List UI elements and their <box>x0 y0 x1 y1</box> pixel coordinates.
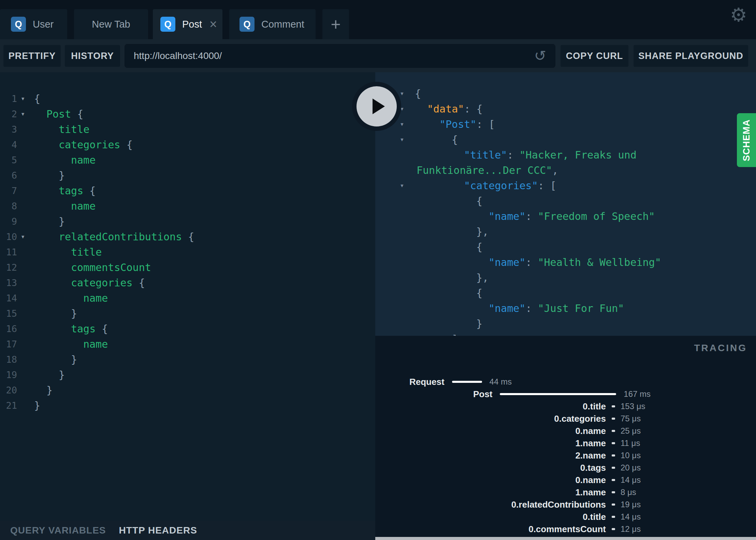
line-number: 20 <box>0 382 17 398</box>
code-token: tags <box>59 185 83 197</box>
tab-post[interactable]: Q Post × <box>153 9 222 39</box>
code-token: { <box>476 241 482 253</box>
fold-gutter <box>400 270 415 285</box>
editor-line: 9} <box>0 214 375 229</box>
fold-gutter <box>400 224 415 239</box>
line-number: 7 <box>0 183 17 198</box>
code-text: } <box>29 398 40 413</box>
query-badge-icon: Q <box>11 17 26 32</box>
editor-line: 8name <box>0 198 375 214</box>
fold-arrow-icon[interactable]: ▾ <box>400 101 415 117</box>
response-pane: ▾{▾"data": {▾"Post": [▾{"title": "Hacker… <box>375 72 756 336</box>
tracing-rows: Request44 msPost167 ms0.title153 μs0.cat… <box>375 376 756 540</box>
trace-label: 0.categories <box>375 414 606 424</box>
code-text: tags { <box>29 183 96 198</box>
code-token: "Freedom of Speech" <box>538 210 655 222</box>
code-token: : [ <box>476 118 495 130</box>
trace-label: 2.name <box>375 450 606 461</box>
code-token: { <box>120 139 133 151</box>
tracing-field-row: 0.categories75 μs <box>375 412 756 425</box>
trace-bar <box>612 491 615 493</box>
line-number: 13 <box>0 275 17 290</box>
tab-user[interactable]: Q User <box>0 9 67 39</box>
trace-label: 0.commentsCount <box>375 524 606 535</box>
horizontal-scrollbar[interactable] <box>375 537 756 540</box>
trace-bar <box>612 405 615 407</box>
fold-arrow-icon[interactable]: ▾ <box>400 132 415 147</box>
tracing-field-row: 0.name14 μs <box>375 474 756 486</box>
code-token: : [ <box>538 180 556 192</box>
tab-label: User <box>33 19 54 30</box>
trace-duration: 11 μs <box>621 438 756 448</box>
code-text: commentsCount <box>29 260 151 275</box>
code-text: } <box>29 306 77 321</box>
code-token: { <box>182 231 194 243</box>
trace-bar <box>612 467 615 469</box>
trace-duration: 153 μs <box>621 402 756 411</box>
prettify-button[interactable]: PRETTIFY <box>3 45 61 67</box>
json-text: { <box>415 193 482 209</box>
code-token: : <box>507 149 519 161</box>
trace-label: 0.title <box>375 401 606 412</box>
schema-side-tab[interactable]: SCHEMA <box>737 113 756 167</box>
fold-arrow-icon[interactable]: ▾ <box>17 229 29 244</box>
line-number: 1 <box>0 91 17 106</box>
line-number: 9 <box>0 214 17 229</box>
editor-line: 21} <box>0 398 375 413</box>
json-text: "name": "Just For Fun" <box>415 301 624 316</box>
editor-line: 17name <box>0 336 375 352</box>
history-button[interactable]: HISTORY <box>65 45 120 67</box>
response-line: ▾{ <box>375 86 756 101</box>
response-line: "name": "Just For Fun" <box>375 301 756 316</box>
fold-gutter <box>17 137 29 152</box>
code-text: } <box>29 352 77 367</box>
code-token: "categories" <box>464 180 538 192</box>
query-editor[interactable]: 1▾{2▾Post {3title4categories {5name6}7ta… <box>0 72 375 521</box>
line-number: 6 <box>0 168 17 183</box>
line-number: 21 <box>0 398 17 413</box>
response-line: ▾"data": { <box>375 101 756 117</box>
query-variables-tab[interactable]: QUERY VARIABLES <box>10 525 106 536</box>
fold-gutter <box>17 367 29 382</box>
add-tab-button[interactable]: + <box>322 9 349 39</box>
execute-query-button[interactable] <box>352 82 401 131</box>
fold-gutter <box>17 168 29 183</box>
line-number: 16 <box>0 321 17 336</box>
trace-duration: 167 ms <box>624 389 651 399</box>
tab-new-tab[interactable]: New Tab <box>74 9 148 39</box>
editor-line: 19} <box>0 367 375 382</box>
endpoint-url-input[interactable]: http://localhost:4000/ ↺ <box>125 44 555 68</box>
copy-curl-button[interactable]: COPY CURL <box>561 45 628 67</box>
editor-line: 18} <box>0 352 375 367</box>
fold-arrow-icon[interactable]: ▾ <box>17 106 29 122</box>
fold-arrow-icon[interactable]: ▾ <box>400 86 415 101</box>
fold-gutter <box>17 321 29 336</box>
share-playground-button[interactable]: SHARE PLAYGROUND <box>634 45 748 67</box>
fold-arrow-icon[interactable]: ▾ <box>400 178 415 193</box>
code-token: { <box>71 108 83 120</box>
json-text: } <box>415 316 482 331</box>
fold-arrow-icon[interactable]: ▾ <box>17 91 29 106</box>
reload-icon[interactable]: ↺ <box>534 49 546 63</box>
http-headers-tab[interactable]: HTTP HEADERS <box>119 525 197 536</box>
code-token: "Just For Fun" <box>538 302 624 314</box>
settings-gear-icon[interactable]: ⚙ <box>730 5 747 25</box>
code-token: }, <box>476 226 489 238</box>
close-icon[interactable]: × <box>209 18 217 31</box>
line-number: 18 <box>0 352 17 367</box>
code-token: { <box>415 88 421 100</box>
tracing-field-row: 0.title153 μs <box>375 400 756 412</box>
editor-line: 5name <box>0 152 375 168</box>
response-line: "title": "Hacker, Freaks und <box>375 147 756 163</box>
response-line: "name": "Health & Wellbeing" <box>375 255 756 270</box>
code-text: } <box>29 382 53 398</box>
fold-arrow-icon[interactable]: ▾ <box>400 117 415 132</box>
tab-bar: Q User New Tab Q Post × Q Comment + ⚙ <box>0 0 756 39</box>
tab-comment[interactable]: Q Comment <box>229 9 316 39</box>
fold-gutter <box>17 260 29 275</box>
tracing-span-row: Post167 ms <box>375 388 756 400</box>
json-text: { <box>415 285 482 301</box>
trace-duration: 14 μs <box>621 512 756 522</box>
trace-bar <box>612 442 615 444</box>
line-number: 19 <box>0 367 17 382</box>
